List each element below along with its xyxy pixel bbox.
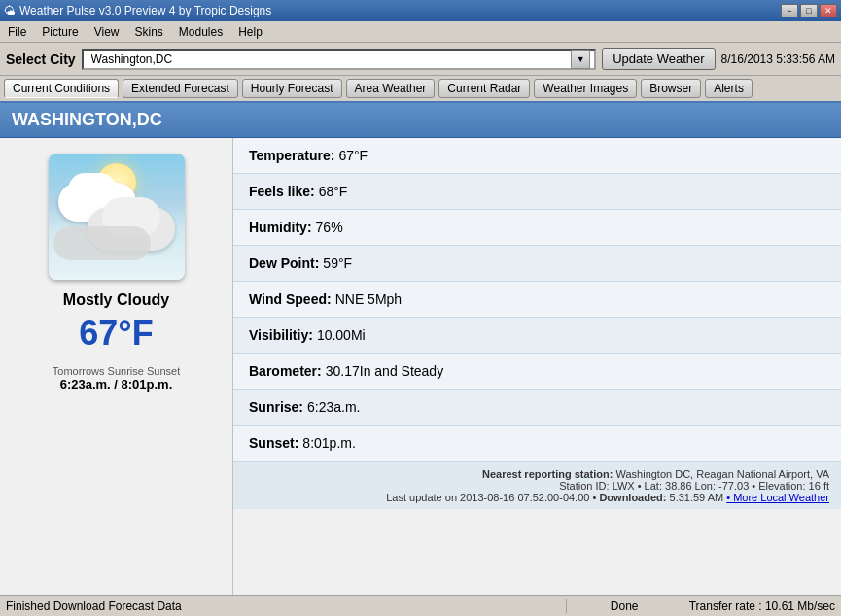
temperature-row-value: 67°F (338, 148, 368, 163)
barometer-row: Barometer: 30.17In and Steady (233, 354, 841, 390)
info-footer: Nearest reporting station: Washington DC… (233, 462, 841, 509)
sunrise-label: Sunrise: (249, 399, 303, 415)
sunrise-value: 6:23a.m. (307, 399, 360, 415)
wind-speed-row: Wind Speed: NNE 5Mph (233, 282, 841, 318)
tab-current-radar[interactable]: Current Radar (438, 79, 530, 98)
more-local-weather-link[interactable]: • More Local Weather (726, 492, 829, 503)
update-weather-button[interactable]: Update Weather (602, 48, 715, 70)
close-button[interactable]: ✕ (820, 4, 837, 17)
condition-label: Mostly Cloudy (63, 291, 169, 309)
maximize-button[interactable]: □ (800, 4, 818, 17)
status-bar: Finished Download Forecast Data Done Tra… (0, 595, 841, 616)
select-city-label: Select City (6, 51, 76, 67)
tab-weather-images[interactable]: Weather Images (534, 79, 637, 98)
temperature-row-label: Temperature: (249, 148, 334, 163)
last-update-prefix: Last update on (386, 492, 460, 503)
datetime-display: 8/16/2013 5:33:56 AM (721, 52, 835, 66)
barometer-label: Barometer: (249, 363, 322, 379)
sunrise-sunset-label: Tomorrows Sunrise Sunset (53, 365, 180, 377)
menu-file[interactable]: File (4, 23, 30, 41)
left-panel: Mostly Cloudy 67°F Tomorrows Sunrise Sun… (0, 138, 233, 595)
last-update-date: 2013-08-16 07:52:00-04:00 (460, 492, 589, 503)
city-dropdown-button[interactable]: ▼ (571, 50, 590, 69)
nearest-station-value: Washington DC, Reagan National Airport, … (615, 468, 829, 480)
visibility-row: Visibilitiy: 10.00Mi (233, 318, 841, 354)
sun-times: 6:23a.m. / 8:01p.m. (53, 377, 180, 392)
sunset-row: Sunset: 8:01p.m. (233, 426, 841, 462)
station-id-text: Station ID: LWX • Lat: 38.86 Lon: -77.03… (559, 480, 829, 492)
menu-view[interactable]: View (90, 23, 123, 41)
dew-point-label: Dew Point: (249, 256, 319, 271)
city-header-text: WASHINGTON,DC (12, 110, 162, 130)
tab-extended-forecast[interactable]: Extended Forecast (123, 79, 238, 98)
window-controls: − □ ✕ (781, 4, 837, 17)
feels-like-label: Feels like: (249, 184, 315, 199)
minimize-button[interactable]: − (781, 4, 798, 17)
barometer-value: 30.17In and Steady (326, 363, 443, 379)
dew-point-value: 59°F (323, 256, 352, 271)
sun-info: Tomorrows Sunrise Sunset 6:23a.m. / 8:01… (53, 365, 180, 392)
sunset-label: Sunset: (249, 435, 298, 451)
dew-point-row: Dew Point: 59°F (233, 246, 841, 282)
nearest-station-label: Nearest reporting station: (482, 468, 613, 480)
main-content: Mostly Cloudy 67°F Tomorrows Sunrise Sun… (0, 138, 841, 595)
visibility-label: Visibilitiy: (249, 327, 313, 343)
feels-like-value: 68°F (319, 184, 348, 199)
status-left: Finished Download Forecast Data (0, 599, 567, 613)
tab-alerts[interactable]: Alerts (705, 79, 753, 98)
city-header: WASHINGTON,DC (0, 103, 841, 138)
temperature-row: Temperature: 67°F (233, 138, 841, 174)
menu-bar: File Picture View Skins Modules Help (0, 21, 841, 43)
menu-modules[interactable]: Modules (175, 23, 227, 41)
temperature-label: 67°F (79, 313, 153, 354)
menu-picture[interactable]: Picture (38, 23, 82, 41)
visibility-value: 10.00Mi (317, 327, 366, 343)
menu-help[interactable]: Help (234, 23, 266, 41)
humidity-value: 76% (316, 220, 343, 235)
cloud-shape (53, 226, 151, 260)
toolbar: Select City ▼ Update Weather 8/16/2013 5… (0, 43, 841, 76)
tab-current-conditions[interactable]: Current Conditions (4, 79, 119, 98)
weather-image (49, 154, 185, 280)
city-combo[interactable]: ▼ (82, 49, 597, 70)
status-right: Transfer rate : 10.61 Mb/sec (683, 599, 841, 613)
sunrise-row: Sunrise: 6:23a.m. (233, 390, 841, 426)
feels-like-row: Feels like: 68°F (233, 174, 841, 210)
station-id-line: Station ID: LWX • Lat: 38.86 Lon: -77.03… (245, 480, 829, 492)
tab-area-weather[interactable]: Area Weather (346, 79, 436, 98)
last-update-mid: • Downloaded: 5:31:59 AM (592, 492, 726, 503)
tab-browser[interactable]: Browser (641, 79, 701, 98)
app-icon: 🌤 (4, 4, 16, 17)
last-update-line: Last update on 2013-08-16 07:52:00-04:00… (245, 492, 829, 503)
wind-speed-value: NNE 5Mph (335, 291, 402, 307)
menu-skins[interactable]: Skins (131, 23, 167, 41)
wind-speed-label: Wind Speed: (249, 291, 332, 307)
nav-tabs: Current Conditions Extended Forecast Hou… (0, 76, 841, 103)
right-panel: Temperature: 67°F Feels like: 68°F Humid… (233, 138, 841, 595)
tab-hourly-forecast[interactable]: Hourly Forecast (242, 79, 342, 98)
status-center: Done (567, 599, 683, 613)
city-input[interactable] (88, 52, 572, 66)
humidity-row: Humidity: 76% (233, 210, 841, 246)
nearest-station-line: Nearest reporting station: Washington DC… (245, 468, 829, 480)
window-title: Weather Pulse v3.0 Preview 4 by Tropic D… (19, 4, 271, 17)
sunset-value: 8:01p.m. (302, 435, 355, 451)
humidity-label: Humidity: (249, 220, 312, 235)
title-bar: 🌤 Weather Pulse v3.0 Preview 4 by Tropic… (0, 0, 841, 21)
